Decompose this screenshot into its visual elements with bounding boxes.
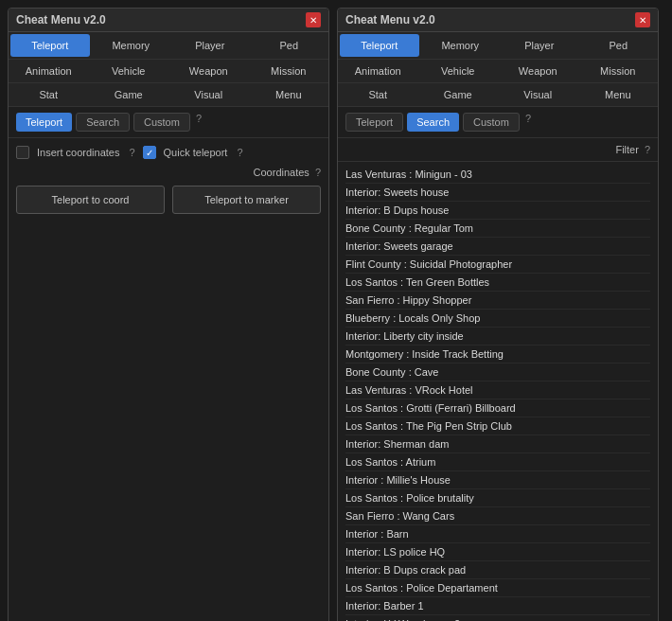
left-tab-help[interactable]: ? bbox=[196, 113, 202, 132]
left-tab-teleport[interactable]: Teleport bbox=[16, 113, 72, 132]
list-item[interactable]: Blueberry : Locals Only Shop bbox=[345, 310, 650, 328]
list-item[interactable]: Interior: Sweets garage bbox=[345, 238, 650, 256]
list-item[interactable]: Flint County : Suicidal Photographer bbox=[345, 256, 650, 274]
right-nav-row3: Stat Game Visual Menu bbox=[338, 83, 658, 107]
list-item[interactable]: Interior : Barn bbox=[345, 525, 650, 543]
left-option-row1: Insert coordinates ? Quick teleport ? bbox=[16, 146, 321, 159]
left-nav-row3: Stat Game Visual Menu bbox=[9, 83, 328, 107]
right-tab-row: Teleport Search Custom ? bbox=[338, 107, 658, 138]
left-nav-vehicle[interactable]: Vehicle bbox=[89, 60, 169, 82]
left-title-bar: Cheat Menu v2.0 ✕ bbox=[9, 9, 328, 32]
list-item[interactable]: Interior: B Dups house bbox=[345, 202, 650, 220]
list-item[interactable]: Interior: Sherman dam bbox=[345, 435, 650, 453]
insert-coordinates-help[interactable]: ? bbox=[129, 147, 134, 158]
list-item[interactable]: Las Venturas : Minigun - 03 bbox=[345, 166, 650, 184]
right-filter-row: Filter ? bbox=[338, 138, 658, 162]
left-nav-row1: Teleport Memory Player Ped bbox=[9, 32, 328, 60]
right-title: Cheat Menu v2.0 bbox=[345, 13, 435, 27]
list-item[interactable]: Interior: Sweets house bbox=[345, 184, 650, 202]
list-item[interactable]: Montgomery : Inside Track Betting bbox=[345, 346, 650, 364]
right-tab-teleport[interactable]: Teleport bbox=[345, 113, 403, 132]
left-tab-row: Teleport Search Custom ? bbox=[9, 107, 328, 138]
left-tab-search[interactable]: Search bbox=[76, 113, 130, 132]
quick-teleport-checkbox[interactable] bbox=[143, 146, 156, 159]
list-item[interactable]: Interior: LS police HQ bbox=[345, 543, 650, 561]
list-item[interactable]: Interior: Liberty city inside bbox=[345, 328, 650, 346]
right-tab-custom[interactable]: Custom bbox=[463, 113, 520, 132]
right-tab-help[interactable]: ? bbox=[525, 113, 531, 132]
left-nav-player[interactable]: Player bbox=[170, 32, 250, 59]
list-item[interactable]: Interior: LV Warehouse 2 bbox=[345, 615, 650, 621]
left-close-button[interactable]: ✕ bbox=[306, 12, 321, 27]
right-nav-row1: Teleport Memory Player Ped bbox=[338, 32, 658, 60]
right-close-button[interactable]: ✕ bbox=[635, 12, 650, 27]
list-item[interactable]: Bone County : Regular Tom bbox=[345, 220, 650, 238]
left-nav-stat[interactable]: Stat bbox=[9, 83, 89, 106]
right-nav-teleport[interactable]: Teleport bbox=[340, 34, 419, 57]
right-nav-memory[interactable]: Memory bbox=[421, 32, 501, 59]
right-nav-stat[interactable]: Stat bbox=[338, 83, 418, 106]
left-window: Cheat Menu v2.0 ✕ Teleport Memory Player… bbox=[8, 8, 329, 621]
right-tab-search[interactable]: Search bbox=[407, 113, 459, 132]
list-item[interactable]: San Fierro : Hippy Shopper bbox=[345, 292, 650, 310]
list-item[interactable]: Interior : Millie's House bbox=[345, 471, 650, 489]
list-item[interactable]: Los Santos : Ten Green Bottles bbox=[345, 274, 650, 292]
right-nav-game[interactable]: Game bbox=[418, 83, 499, 106]
insert-coordinates-checkbox[interactable] bbox=[16, 146, 29, 159]
teleport-to-coord-button[interactable]: Teleport to coord bbox=[16, 186, 165, 214]
filter-help[interactable]: ? bbox=[645, 144, 650, 155]
right-nav-mission[interactable]: Mission bbox=[578, 60, 659, 82]
list-item[interactable]: Los Santos : Police brutality bbox=[345, 489, 650, 507]
right-nav-ped[interactable]: Ped bbox=[579, 32, 659, 59]
list-item[interactable]: Los Santos : Police Departament bbox=[345, 579, 650, 597]
left-nav-memory[interactable]: Memory bbox=[92, 32, 171, 59]
coordinates-row: Coordinates ? bbox=[16, 167, 321, 178]
list-item[interactable]: Los Santos : Atrium bbox=[345, 453, 650, 471]
left-nav-mission[interactable]: Mission bbox=[249, 60, 329, 82]
list-item[interactable]: Bone County : Cave bbox=[345, 364, 650, 381]
right-title-bar: Cheat Menu v2.0 ✕ bbox=[338, 9, 658, 32]
list-item[interactable]: San Fierro : Wang Cars bbox=[345, 507, 650, 525]
list-item[interactable]: Las Venturas : VRock Hotel bbox=[345, 381, 650, 399]
coordinates-help[interactable]: ? bbox=[315, 167, 321, 178]
teleport-to-marker-button[interactable]: Teleport to marker bbox=[172, 186, 321, 214]
list-item[interactable]: Interior: Barber 1 bbox=[345, 597, 650, 615]
coordinates-label: Coordinates bbox=[254, 167, 309, 178]
left-tab-custom[interactable]: Custom bbox=[133, 113, 190, 132]
right-nav-visual[interactable]: Visual bbox=[498, 83, 578, 106]
left-nav-teleport[interactable]: Teleport bbox=[10, 34, 90, 57]
left-nav-game[interactable]: Game bbox=[89, 83, 169, 106]
right-nav-row2: Animation Vehicle Weapon Mission bbox=[338, 60, 658, 83]
location-list[interactable]: Las Venturas : Minigun - 03Interior: Swe… bbox=[338, 162, 658, 621]
list-item[interactable]: Los Santos : Grotti (Ferrari) Billboard bbox=[345, 399, 650, 417]
right-nav-weapon[interactable]: Weapon bbox=[498, 60, 578, 82]
left-nav-weapon[interactable]: Weapon bbox=[168, 60, 249, 82]
left-nav-animation[interactable]: Animation bbox=[9, 60, 89, 82]
left-nav-visual[interactable]: Visual bbox=[168, 83, 249, 106]
insert-coordinates-label: Insert coordinates bbox=[37, 147, 119, 158]
filter-label: Filter bbox=[615, 144, 638, 155]
right-nav-animation[interactable]: Animation bbox=[338, 60, 418, 82]
right-nav-vehicle[interactable]: Vehicle bbox=[418, 60, 499, 82]
right-nav-player[interactable]: Player bbox=[500, 32, 579, 59]
quick-teleport-label: Quick teleport bbox=[164, 147, 228, 158]
left-action-row: Teleport to coord Teleport to marker bbox=[16, 186, 321, 214]
list-item[interactable]: Interior: B Dups crack pad bbox=[345, 561, 650, 579]
left-content: Insert coordinates ? Quick teleport ? Co… bbox=[9, 138, 328, 621]
left-nav-ped[interactable]: Ped bbox=[250, 32, 329, 59]
right-nav-menu[interactable]: Menu bbox=[578, 83, 659, 106]
left-nav-menu[interactable]: Menu bbox=[249, 83, 329, 106]
list-item[interactable]: Los Santos : The Pig Pen Strip Club bbox=[345, 417, 650, 435]
quick-teleport-help[interactable]: ? bbox=[237, 147, 242, 158]
right-window: Cheat Menu v2.0 ✕ Teleport Memory Player… bbox=[337, 8, 659, 621]
left-nav-row2: Animation Vehicle Weapon Mission bbox=[9, 60, 328, 83]
left-title: Cheat Menu v2.0 bbox=[16, 13, 106, 27]
